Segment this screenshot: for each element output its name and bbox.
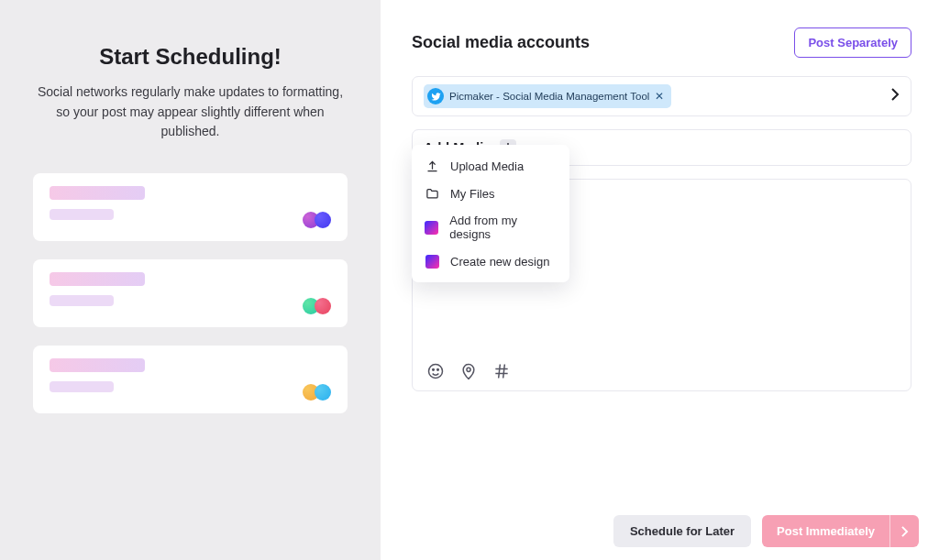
preview-card bbox=[33, 346, 348, 413]
dropdown-item-designs[interactable]: Add from my designs bbox=[412, 207, 569, 247]
svg-point-4 bbox=[467, 368, 470, 371]
placeholder-bar bbox=[50, 381, 114, 392]
dropdown-item-upload[interactable]: Upload Media bbox=[412, 152, 569, 180]
svg-point-3 bbox=[437, 369, 439, 371]
network-dots bbox=[303, 212, 331, 228]
svg-point-1 bbox=[429, 365, 443, 379]
create-design-icon bbox=[425, 254, 439, 269]
dropdown-item-files[interactable]: My Files bbox=[412, 180, 569, 207]
dropdown-item-label: My Files bbox=[450, 187, 494, 201]
preview-card bbox=[33, 173, 348, 241]
dropdown-item-label: Add from my designs bbox=[449, 214, 557, 241]
remove-account-icon[interactable]: ✕ bbox=[655, 90, 664, 103]
accounts-selector[interactable]: Picmaker - Social Media Management Tool … bbox=[412, 76, 911, 116]
placeholder-bar bbox=[50, 209, 114, 220]
post-immediately-button[interactable]: Post Immediately bbox=[762, 515, 919, 547]
upload-icon bbox=[425, 159, 439, 173]
left-subtitle: Social networks regularly make updates t… bbox=[33, 82, 348, 142]
account-chip-label: Picmaker - Social Media Management Tool bbox=[449, 91, 649, 102]
right-header: Social media accounts Post Separately bbox=[412, 27, 911, 58]
location-icon[interactable] bbox=[458, 361, 479, 381]
emoji-icon[interactable] bbox=[425, 361, 446, 381]
placeholder-bar bbox=[50, 358, 145, 372]
network-dot-icon bbox=[315, 384, 331, 401]
svg-point-2 bbox=[433, 369, 435, 371]
account-chip[interactable]: Picmaker - Social Media Management Tool … bbox=[424, 84, 671, 108]
network-dot-icon bbox=[315, 298, 331, 314]
placeholder-bar bbox=[50, 186, 145, 200]
network-dot-icon bbox=[315, 212, 331, 228]
post-immediately-label: Post Immediately bbox=[762, 515, 889, 547]
network-dots bbox=[303, 384, 331, 401]
placeholder-bar bbox=[50, 272, 145, 286]
schedule-later-button[interactable]: Schedule for Later bbox=[613, 515, 751, 547]
preview-cards bbox=[33, 173, 348, 413]
accounts-title: Social media accounts bbox=[412, 33, 590, 52]
left-panel: Start Scheduling! Social networks regula… bbox=[0, 0, 381, 560]
dropdown-item-label: Upload Media bbox=[450, 159, 524, 173]
footer-actions: Schedule for Later Post Immediately bbox=[613, 515, 919, 547]
left-title: Start Scheduling! bbox=[99, 44, 282, 70]
hashtag-icon[interactable] bbox=[492, 361, 512, 381]
dropdown-item-create[interactable]: Create new design bbox=[412, 247, 569, 275]
composer-toolbar bbox=[425, 361, 512, 381]
app-root: Start Scheduling! Social networks regula… bbox=[0, 0, 939, 560]
placeholder-bar bbox=[50, 295, 114, 306]
dropdown-item-label: Create new design bbox=[450, 255, 549, 269]
add-media-dropdown: Upload Media My Files Add from my design… bbox=[412, 145, 569, 282]
folder-icon bbox=[425, 186, 439, 201]
designs-icon bbox=[425, 220, 438, 235]
twitter-icon bbox=[427, 88, 444, 104]
chevron-right-icon[interactable] bbox=[889, 515, 919, 547]
network-dots bbox=[303, 298, 331, 314]
chevron-right-icon[interactable] bbox=[890, 88, 900, 104]
post-separately-button[interactable]: Post Separately bbox=[794, 27, 911, 58]
right-panel: Social media accounts Post Separately Pi… bbox=[381, 0, 939, 560]
preview-card bbox=[33, 259, 348, 327]
